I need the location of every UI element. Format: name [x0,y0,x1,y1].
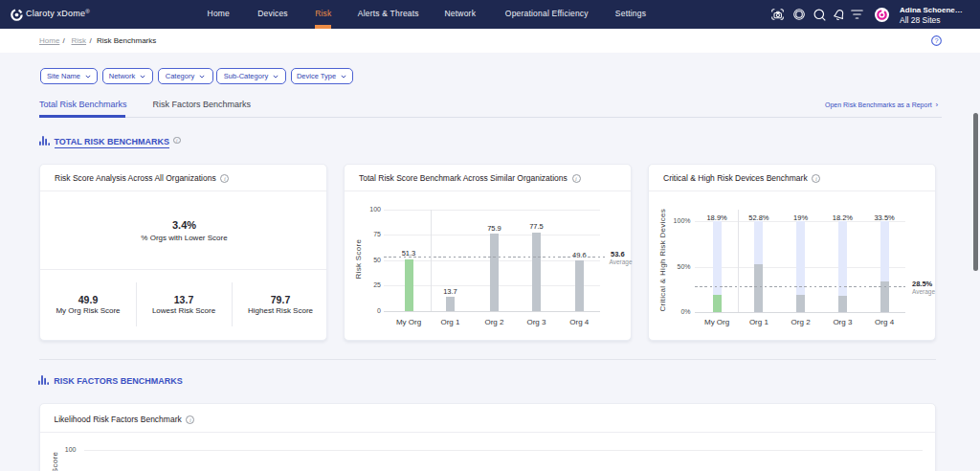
svg-text:?: ? [934,35,938,44]
